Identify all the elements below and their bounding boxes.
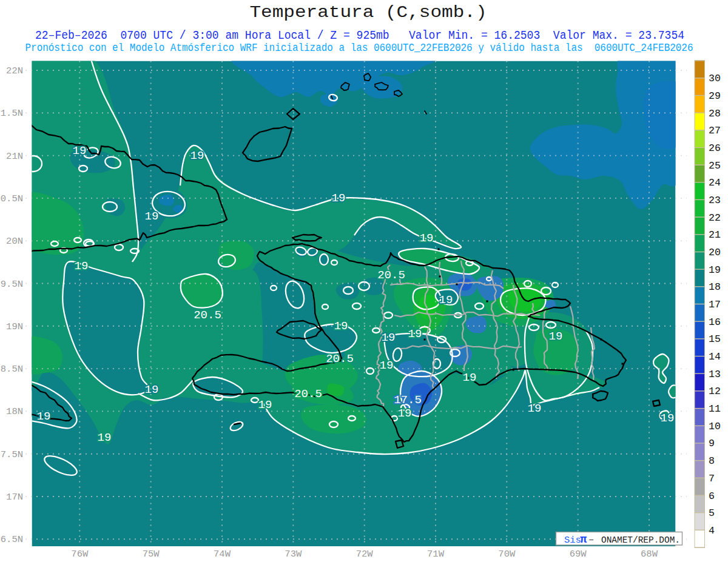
svg-text:73W: 73W	[285, 549, 302, 560]
svg-text:19N: 19N	[6, 321, 23, 332]
svg-text:19: 19	[528, 402, 542, 415]
svg-text:19: 19	[334, 319, 348, 333]
svg-text:19: 19	[98, 431, 112, 444]
svg-text:5: 5	[709, 507, 715, 519]
svg-text:26: 26	[709, 142, 721, 154]
svg-text:4: 4	[709, 525, 715, 537]
svg-text:8.5N: 8.5N	[1, 364, 23, 375]
svg-text:20.5: 20.5	[194, 309, 221, 322]
svg-text:18: 18	[709, 281, 721, 293]
svg-text:69W: 69W	[570, 549, 587, 560]
svg-text:Sis: Sis	[564, 535, 581, 546]
svg-text:21N: 21N	[6, 151, 23, 162]
svg-text:19: 19	[382, 331, 396, 344]
svg-text:14: 14	[709, 351, 721, 363]
svg-text:20: 20	[709, 247, 721, 258]
svg-text:–: –	[588, 534, 594, 545]
svg-text:19: 19	[439, 293, 453, 307]
svg-text:9.5N: 9.5N	[1, 279, 23, 290]
svg-text:15: 15	[709, 333, 721, 345]
svg-text:7: 7	[709, 473, 715, 484]
svg-text:19: 19	[463, 371, 477, 384]
svg-text:Pronóstico con el Modelo Atmós: Pronóstico con el Modelo Atmósferico WRF…	[25, 41, 693, 55]
svg-text:18N: 18N	[6, 406, 23, 417]
svg-text:22–Feb–2026 0700 UTC / 3:00 a: 22–Feb–2026 0700 UTC / 3:00 am Hora Loca…	[35, 28, 684, 42]
svg-text:24: 24	[709, 177, 721, 189]
svg-text:19: 19	[420, 232, 434, 245]
svg-text:19: 19	[408, 327, 422, 341]
svg-text:28: 28	[709, 108, 721, 119]
svg-text:71W: 71W	[427, 549, 445, 560]
svg-text:19: 19	[661, 412, 675, 425]
svg-text:17N: 17N	[6, 492, 23, 503]
svg-text:30: 30	[709, 73, 721, 84]
svg-text:13: 13	[709, 369, 721, 380]
svg-text:19: 19	[709, 264, 721, 276]
svg-text:7.5N: 7.5N	[1, 449, 23, 460]
svg-text:19: 19	[75, 259, 89, 273]
svg-text:π: π	[580, 533, 587, 546]
svg-text:6.5N: 6.5N	[1, 534, 23, 545]
svg-text:19: 19	[145, 383, 159, 396]
svg-text:20.5: 20.5	[377, 269, 405, 282]
svg-text:9: 9	[709, 438, 715, 449]
svg-text:29: 29	[709, 90, 721, 102]
svg-text:70W: 70W	[498, 549, 516, 560]
svg-text:0.5N: 0.5N	[1, 193, 23, 204]
svg-text:75W: 75W	[143, 549, 160, 560]
svg-text:72W: 72W	[356, 549, 374, 560]
svg-text:22N: 22N	[6, 65, 23, 76]
svg-text:22: 22	[709, 212, 721, 224]
svg-text:19: 19	[398, 407, 412, 420]
svg-text:23: 23	[709, 195, 721, 206]
svg-text:17: 17	[709, 299, 721, 310]
svg-text:8: 8	[709, 455, 715, 467]
svg-text:19: 19	[380, 359, 394, 372]
svg-text:20.5: 20.5	[294, 387, 322, 401]
svg-text:17.5: 17.5	[394, 393, 422, 407]
svg-text:19: 19	[37, 410, 51, 423]
svg-text:20.5: 20.5	[326, 352, 354, 366]
svg-text:19: 19	[73, 144, 87, 158]
svg-text:10: 10	[709, 421, 721, 432]
svg-text:ONAMET/REP.DOM.: ONAMET/REP.DOM.	[601, 535, 680, 546]
svg-text:1.5N: 1.5N	[1, 108, 23, 119]
svg-text:19: 19	[190, 149, 204, 162]
svg-text:Temperatura (C,somb.): Temperatura (C,somb.)	[250, 3, 487, 22]
svg-text:11: 11	[709, 403, 721, 415]
svg-text:19: 19	[258, 398, 272, 412]
svg-text:27: 27	[709, 125, 721, 136]
svg-text:68W: 68W	[641, 549, 658, 560]
svg-text:21: 21	[709, 229, 721, 241]
svg-text:19: 19	[145, 210, 159, 223]
svg-text:19: 19	[549, 330, 563, 343]
svg-text:19: 19	[332, 192, 346, 205]
svg-text:20N: 20N	[6, 236, 23, 247]
svg-text:16: 16	[709, 316, 721, 328]
svg-text:74W: 74W	[214, 549, 231, 560]
svg-text:76W: 76W	[71, 549, 89, 560]
svg-text:6: 6	[709, 490, 715, 502]
svg-text:12: 12	[709, 386, 721, 397]
svg-text:25: 25	[709, 160, 721, 172]
